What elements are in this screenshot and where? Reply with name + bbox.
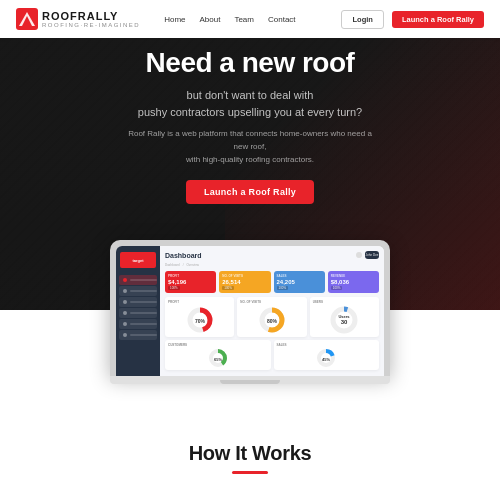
chart-customers-title: CUSTOMERS [168, 343, 268, 347]
logo-sub: ROOFING·RE-IMAGINED [42, 22, 140, 28]
sidebar-dot-2 [123, 289, 127, 293]
hero-subtitle: but don't want to deal withpushy contrac… [138, 87, 362, 122]
chart-visits-title: NO. OF VISITS [240, 300, 303, 304]
laptop-wrapper: target [110, 240, 390, 384]
laptop-screen-outer: target [110, 240, 390, 376]
sidebar-item-2[interactable] [119, 286, 157, 296]
logo-icon [16, 8, 38, 30]
login-button[interactable]: Login [341, 10, 383, 29]
dash-logo-text: target [132, 258, 143, 263]
stat-revenue: REVENUE $8,036 100% [328, 271, 379, 293]
stat-revenue-value: $8,036 [331, 279, 376, 285]
user-text: John Doe [366, 253, 379, 257]
svg-text:70%: 70% [195, 318, 206, 324]
sidebar-dot-1 [123, 278, 127, 282]
chart-profit-title: PROFIT [168, 300, 231, 304]
chart-users: USERS Users 30 [310, 297, 379, 337]
sidebar-line-5 [130, 323, 157, 325]
chart-profit-donut: 70% [168, 306, 231, 334]
how-underline [232, 471, 268, 474]
chart-users-donut: Users 30 [313, 306, 376, 334]
nav-home[interactable]: Home [164, 15, 185, 24]
svg-text:65%: 65% [214, 357, 222, 362]
sidebar-dot-5 [123, 322, 127, 326]
how-section: How It Works [0, 415, 500, 500]
svg-text:45%: 45% [322, 357, 330, 362]
hero-description: Roof Rally is a web platform that connec… [120, 128, 380, 166]
stat-sales: SALES 24,205 100% [274, 271, 325, 293]
stat-visits: NO. OF VISITS 26,514 100% [219, 271, 270, 293]
nav-about[interactable]: About [200, 15, 221, 24]
hero-title: Need a new roof [146, 48, 355, 79]
chart-profit: PROFIT 70% [165, 297, 234, 337]
sidebar-line-1 [130, 279, 157, 281]
topbar-icons: John Doe [356, 251, 379, 259]
stat-profit: PROFIT $4,196 100% [165, 271, 216, 293]
user-avatar: John Doe [365, 251, 379, 259]
chart-visits: NO. OF VISITS 80% [237, 297, 306, 337]
nav-links: Home About Team Contact [164, 15, 341, 24]
sidebar-dot-4 [123, 311, 127, 315]
dashboard-main: Dashboard John Doe Dashboard / [160, 246, 384, 376]
sidebar-dot-3 [123, 300, 127, 304]
charts-row: PROFIT 70% NO. OF VI [165, 297, 379, 337]
notif-icon [356, 252, 362, 258]
dashboard-title: Dashboard [165, 252, 202, 259]
laptop-section: target [0, 240, 500, 384]
stat-revenue-label: REVENUE [331, 274, 376, 278]
stat-visits-badge: 100% [222, 286, 234, 290]
stats-row: PROFIT $4,196 100% NO. OF VISITS 26,514 … [165, 271, 379, 293]
breadcrumb-home: Dashboard [165, 263, 180, 267]
svg-text:80%: 80% [267, 318, 278, 324]
logo-name: ROOFRALLY [42, 11, 140, 22]
sidebar-line-2 [130, 290, 157, 292]
sidebar-line-6 [130, 334, 157, 336]
breadcrumb: Dashboard / Overview [165, 263, 379, 267]
nav-contact[interactable]: Contact [268, 15, 296, 24]
hero-cta-button[interactable]: Launch a Roof Rally [186, 180, 314, 204]
nav-team[interactable]: Team [234, 15, 254, 24]
stat-sales-value: 24,205 [277, 279, 322, 285]
chart-visits-donut: 80% [240, 306, 303, 334]
svg-text:30: 30 [341, 319, 348, 325]
logo: ROOFRALLY ROOFING·RE-IMAGINED [16, 8, 140, 30]
dashboard: target [116, 246, 384, 376]
stat-profit-value: $4,196 [168, 279, 213, 285]
breadcrumb-page: Overview [187, 263, 200, 267]
stat-visits-value: 26,514 [222, 279, 267, 285]
stat-profit-label: PROFIT [168, 274, 213, 278]
chart-sales-bottom-title: SALES [277, 343, 377, 347]
how-title: How It Works [189, 442, 312, 465]
stat-sales-label: SALES [277, 274, 322, 278]
nav-actions: Login Launch a Roof Rally [341, 10, 484, 29]
chart-sales-bottom: SALES 45% [274, 340, 380, 370]
chart-sales-bottom-donut: 45% [277, 349, 377, 367]
laptop-base [110, 376, 390, 384]
bottom-charts-row: CUSTOMERS 65% SALES [165, 340, 379, 370]
chart-customers: CUSTOMERS 65% [165, 340, 271, 370]
stat-visits-label: NO. OF VISITS [222, 274, 267, 278]
dashboard-topbar: Dashboard John Doe [165, 251, 379, 259]
stat-revenue-badge: 100% [331, 286, 343, 290]
navbar: ROOFRALLY ROOFING·RE-IMAGINED Home About… [0, 0, 500, 38]
sidebar-item-6[interactable] [119, 330, 157, 340]
chart-customers-donut: 65% [168, 349, 268, 367]
dashboard-sidebar: target [116, 246, 160, 376]
launch-nav-button[interactable]: Launch a Roof Rally [392, 11, 484, 28]
sidebar-line-3 [130, 301, 157, 303]
sidebar-dot-6 [123, 333, 127, 337]
sidebar-item-1[interactable] [119, 275, 157, 285]
sidebar-item-3[interactable] [119, 297, 157, 307]
laptop-screen-inner: target [116, 246, 384, 376]
stat-sales-badge: 100% [277, 286, 289, 290]
dash-logo: target [120, 252, 156, 268]
sidebar-item-5[interactable] [119, 319, 157, 329]
chart-users-title: USERS [313, 300, 376, 304]
sidebar-item-4[interactable] [119, 308, 157, 318]
sidebar-line-4 [130, 312, 157, 314]
stat-profit-badge: 100% [168, 286, 180, 290]
